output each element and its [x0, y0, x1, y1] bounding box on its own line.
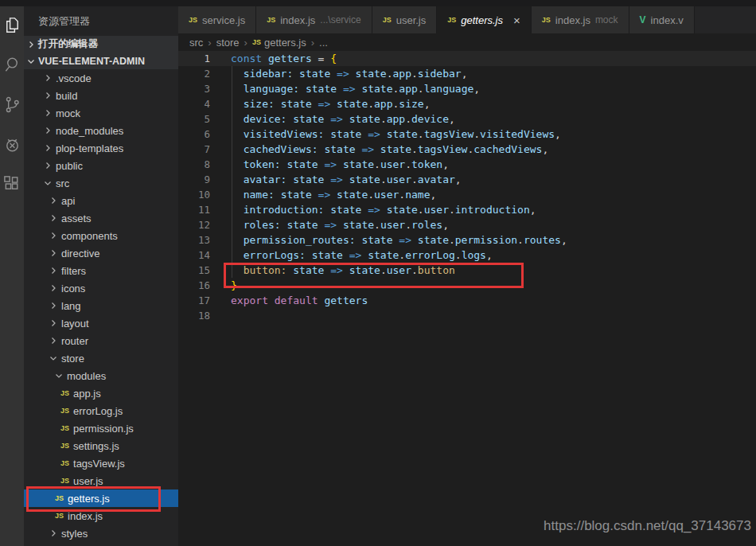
- chevron-down-icon: [49, 354, 57, 362]
- code-line-1[interactable]: 1const getters = {: [178, 51, 756, 66]
- code-line-10[interactable]: 10 name: state => state.user.name,: [178, 187, 756, 202]
- tree-item-api[interactable]: api: [24, 192, 178, 209]
- code-line-15[interactable]: 15 button: state => state.user.button: [178, 263, 756, 278]
- tree-item-permission-js[interactable]: JSpermission.js: [24, 419, 178, 437]
- tree-item-icons[interactable]: icons: [24, 279, 178, 297]
- code-line-text: }: [231, 278, 237, 293]
- tree-item-user-js[interactable]: JSuser.js: [24, 472, 178, 489]
- tree-item-lang[interactable]: lang: [24, 297, 178, 314]
- tab-user-js[interactable]: JSuser.js: [372, 6, 438, 33]
- tree-item-public[interactable]: public: [24, 157, 178, 174]
- line-number[interactable]: 8: [178, 157, 231, 172]
- line-number[interactable]: 10: [178, 187, 231, 202]
- tree-item-store[interactable]: store: [24, 349, 178, 367]
- line-number[interactable]: 9: [178, 172, 231, 187]
- tab-index-js-service[interactable]: JSindex.js...\service: [256, 6, 372, 33]
- tree-item-index-js[interactable]: JSindex.js: [24, 507, 178, 525]
- code-line-16[interactable]: 16}: [178, 278, 756, 293]
- tab-service-js[interactable]: JSservice.js: [178, 6, 256, 33]
- breadcrumb-item-store[interactable]: store: [216, 37, 240, 49]
- chevron-right-icon: [49, 214, 57, 222]
- line-number[interactable]: 6: [178, 127, 231, 142]
- code-line-7[interactable]: 7 cachedViews: state => state.tagsView.c…: [178, 142, 756, 157]
- line-number[interactable]: 12: [178, 217, 231, 232]
- line-number[interactable]: 1: [178, 51, 231, 66]
- activity-source-control[interactable]: [0, 86, 24, 126]
- code-line-14[interactable]: 14 errorLogs: state => state.errorLog.lo…: [178, 248, 756, 263]
- activity-search[interactable]: [0, 46, 24, 86]
- code-line-text: button: state => state.user.button: [231, 263, 455, 278]
- line-number[interactable]: 18: [178, 308, 231, 323]
- tree-item-components[interactable]: components: [24, 227, 178, 244]
- line-number[interactable]: 14: [178, 248, 231, 263]
- open-editors-section[interactable]: 打开的编辑器: [24, 36, 178, 53]
- tree-item-getters-js[interactable]: JSgetters.js: [24, 489, 178, 507]
- code-line-2[interactable]: 2 sidebar: state => state.app.sidebar,: [178, 66, 756, 81]
- line-number[interactable]: 11: [178, 202, 231, 217]
- code-line-18[interactable]: 18: [178, 308, 756, 323]
- line-number[interactable]: 17: [178, 293, 231, 308]
- tab-index-v[interactable]: Vindex.v: [629, 6, 695, 33]
- js-file-icon: JS: [189, 16, 197, 24]
- tree-item-label: filters: [61, 265, 86, 277]
- tree-item-settings-js[interactable]: JSsettings.js: [24, 437, 178, 454]
- chevron-right-icon: [49, 319, 57, 327]
- line-number[interactable]: 15: [178, 263, 231, 278]
- tree-item-label: .vscode: [56, 72, 92, 84]
- code-editor[interactable]: 1const getters = {2 sidebar: state => st…: [178, 51, 756, 546]
- code-line-11[interactable]: 11 introduction: state => state.user.int…: [178, 202, 756, 217]
- code-line-6[interactable]: 6 visitedViews: state => state.tagsView.…: [178, 127, 756, 142]
- breadcrumb-label: store: [216, 37, 240, 49]
- code-line-3[interactable]: 3 language: state => state.app.language,: [178, 81, 756, 96]
- code-line-8[interactable]: 8 token: state => state.user.token,: [178, 157, 756, 172]
- code-line-12[interactable]: 12 roles: state => state.user.roles,: [178, 217, 756, 232]
- line-number[interactable]: 13: [178, 232, 231, 248]
- line-number[interactable]: 2: [178, 66, 231, 81]
- open-editors-label: 打开的编辑器: [38, 37, 98, 51]
- tree-item-layout[interactable]: layout: [24, 314, 178, 332]
- activity-extensions[interactable]: [0, 166, 24, 205]
- tree-item-src[interactable]: src: [24, 174, 178, 192]
- tab-detail: mock: [595, 14, 618, 25]
- tree-item-label: modules: [67, 370, 106, 382]
- code-line-text: avatar: state => state.user.avatar,: [231, 172, 462, 187]
- tree-item-styles[interactable]: styles: [24, 525, 178, 542]
- tree-item-router[interactable]: router: [24, 332, 178, 349]
- code-line-4[interactable]: 4 size: state => state.app.size,: [178, 96, 756, 111]
- code-line-9[interactable]: 9 avatar: state => state.user.avatar,: [178, 172, 756, 187]
- tree-item-directive[interactable]: directive: [24, 244, 178, 262]
- chevron-right-icon: [49, 249, 57, 257]
- line-number[interactable]: 4: [178, 96, 231, 111]
- tree-item-node-modules[interactable]: node_modules: [24, 122, 178, 139]
- line-number[interactable]: 5: [178, 111, 231, 127]
- tree-item-filters[interactable]: filters: [24, 262, 178, 279]
- chevron-right-icon: [44, 127, 52, 135]
- tree-item-build[interactable]: build: [24, 87, 178, 104]
- activity-explorer[interactable]: [0, 6, 24, 46]
- tab-index-js-mock[interactable]: JSindex.jsmock: [532, 6, 629, 33]
- line-number[interactable]: 3: [178, 81, 231, 96]
- tree-item-tagsview-js[interactable]: JStagsView.js: [24, 454, 178, 472]
- breadcrumb-item-getters-js[interactable]: JSgetters.js: [252, 37, 306, 49]
- breadcrumb-item-[interactable]: ...: [319, 37, 328, 49]
- js-file-icon: JS: [55, 494, 64, 502]
- activity-debug[interactable]: [0, 126, 24, 166]
- tree-item-assets[interactable]: assets: [24, 209, 178, 227]
- explorer-icon: [2, 15, 22, 38]
- line-number[interactable]: 7: [178, 142, 231, 157]
- tab-getters-js[interactable]: JSgetters.js×: [437, 6, 532, 33]
- code-line-13[interactable]: 13 permission_routes: state => state.per…: [178, 232, 756, 248]
- breadcrumb-item-src[interactable]: src: [189, 37, 203, 49]
- tree-item-vscode[interactable]: .vscode: [24, 69, 178, 87]
- tree-item-plop-templates[interactable]: plop-templates: [24, 139, 178, 157]
- chevron-right-icon: [49, 232, 57, 240]
- close-icon[interactable]: ×: [513, 14, 520, 26]
- tree-item-app-js[interactable]: JSapp.js: [24, 384, 178, 402]
- project-root-section[interactable]: VUE-ELEMENT-ADMIN: [24, 53, 178, 69]
- tree-item-modules[interactable]: modules: [24, 367, 178, 384]
- line-number[interactable]: 16: [178, 278, 231, 293]
- tree-item-errorlog-js[interactable]: JSerrorLog.js: [24, 402, 178, 419]
- tree-item-mock[interactable]: mock: [24, 104, 178, 122]
- code-line-5[interactable]: 5 device: state => state.app.device,: [178, 111, 756, 127]
- code-line-17[interactable]: 17export default getters: [178, 293, 756, 308]
